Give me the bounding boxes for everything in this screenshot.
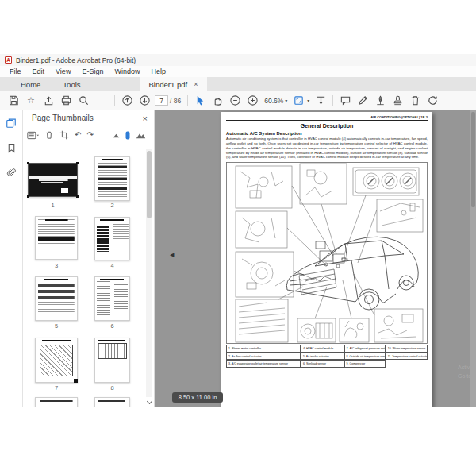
pdf-page: AIR CONDITIONING (OPTIONAL) 1B-3 General… [221,112,432,407]
zoom-out-button[interactable] [226,93,244,109]
select-tool-button[interactable] [191,93,209,109]
selection-handle[interactable] [76,162,79,164]
section-subtitle: Automatic A/C System Description [226,131,428,136]
thumbnail-label: 2 [94,202,130,209]
sign-button[interactable] [371,93,389,109]
paperclip-icon [6,168,17,178]
scrollbar-thumb[interactable] [471,112,475,207]
document-scrollbar[interactable] [470,110,476,407]
comment-button[interactable] [336,93,354,109]
zoom-caret-icon[interactable]: ▾ [285,98,287,103]
page-count-label: / 86 [170,97,181,105]
tab-close-icon[interactable]: × [194,80,198,88]
next-page-button[interactable] [136,93,153,109]
legend-cell: 4. HVAC control module [301,345,344,353]
hand-icon [212,95,224,106]
attachments-panel-button[interactable] [6,167,17,181]
pages-icon [6,118,17,129]
legend-cell: 9. Compressor [344,360,386,368]
thumbnail-page-5[interactable] [35,276,78,321]
reset-view-button[interactable] [424,93,441,109]
selection-handle[interactable] [27,162,29,164]
search-button[interactable] [75,93,92,109]
thumbnail-page-4[interactable] [94,217,130,260]
page-running-header: AIR CONDITIONING (OPTIONAL) 1B-3 [226,115,428,121]
menu-esign[interactable]: E-Sign [77,68,108,75]
collapse-panel-icon[interactable]: ◀ [170,252,174,258]
fill-sign-button[interactable] [354,93,371,109]
share-button[interactable] [40,93,57,109]
thumbnail-label: 6 [94,322,130,330]
selection-handle[interactable] [76,195,79,198]
thumbnail-label: 4 [94,262,130,269]
trash-icon [409,95,421,106]
scrollbar-thumb[interactable] [147,151,152,218]
pen-nib-icon [374,95,386,106]
zoom-level-value[interactable]: 60.6% [264,97,283,105]
scroll-mode-button[interactable] [312,93,329,109]
nav-icon-strip [0,110,23,407]
thumbnail-label: 5 [35,322,78,330]
legend-cell: 1. Blower motor controller [226,345,301,353]
stamp-button[interactable] [389,93,406,109]
print-button[interactable] [57,93,75,109]
favorite-button[interactable]: ☆ [22,93,40,109]
save-button[interactable] [5,93,22,109]
previous-page-button[interactable] [118,93,136,109]
legend-cell-empty [386,360,428,368]
bookmarks-panel-button[interactable] [6,142,17,156]
thumbnail-page-9[interactable] [35,397,78,407]
page-number-input[interactable]: 7 [155,95,168,106]
hand-tool-button[interactable] [209,93,226,109]
zoom-in-icon [247,95,259,106]
page-thumbnails-panel-button[interactable] [6,118,17,132]
tab-document-label: Binder1.pdf [149,80,188,89]
page-fit-button[interactable] [290,93,307,109]
print-icon [60,95,72,106]
tab-home[interactable]: Home [10,77,52,91]
page-size-tooltip: 8.50 x 11.00 in [172,392,223,403]
thumbnail-page-6[interactable] [94,276,130,321]
selection-handle[interactable] [27,195,29,198]
acrobat-app-icon: A [5,56,12,64]
window-title: Binder1.pdf - Adobe Acrobat Pro (64-bit) [16,56,136,64]
bookmark-icon [6,143,17,153]
toolbar-divider [332,95,333,106]
thumbnail-label: 7 [35,384,78,392]
menu-edit[interactable]: Edit [28,68,50,75]
stamp-icon [392,95,404,106]
page-fit-caret-icon[interactable]: ▾ [307,98,309,103]
legend-cell: 3. A/C evaporator outlet air temperature… [226,360,301,368]
hvac-diagram-figure [226,162,428,344]
thumbnail-page-10[interactable] [94,397,130,407]
tab-tools[interactable]: Tools [52,77,91,91]
delete-pages-button[interactable] [406,93,424,109]
save-icon [8,95,20,106]
comment-icon [340,95,351,106]
legend-cell: 10. Water temperature sensor [386,345,428,353]
thumbnail-page-2[interactable] [94,156,130,201]
thumbnail-list: 1 2 3 4 5 6 7 8 [23,110,154,407]
menu-window[interactable]: Window [109,68,144,75]
legend-cell: 2. Air flow control actuator [226,353,301,361]
thumbnail-label: 3 [35,262,78,269]
acrobat-window: A Binder1.pdf - Adobe Acrobat Pro (64-bi… [0,54,476,407]
zoom-in-button[interactable] [244,93,261,109]
main-region: Page Thumbnails × ↶ ↷ [0,110,476,407]
tab-document[interactable]: Binder1.pdf × [140,77,208,91]
thumbnail-page-1[interactable] [28,163,78,197]
thumbnail-scrollbar[interactable] [146,149,152,397]
thumbnail-page-8[interactable] [94,338,130,383]
menu-help[interactable]: Help [146,68,171,75]
page-thumbnails-panel: Page Thumbnails × ↶ ↷ [23,110,155,407]
menu-view[interactable]: View [51,68,75,75]
section-title: General Description [221,123,432,129]
share-icon [43,95,55,106]
thumbnail-page-7-current[interactable] [35,338,78,383]
legend-cell: 6. Sunload sensor [301,360,344,368]
thumbnail-page-3[interactable] [35,216,78,260]
page-up-icon [121,95,133,106]
diagram-legend-table: 1. Blower motor controller 4. HVAC contr… [226,345,428,368]
menu-file[interactable]: File [5,68,26,75]
page-down-icon [139,95,151,106]
